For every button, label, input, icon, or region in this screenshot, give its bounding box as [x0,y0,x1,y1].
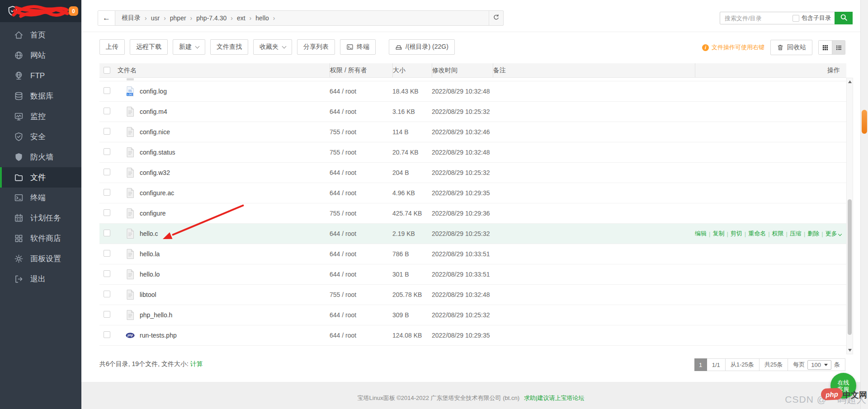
table-row[interactable]: config.status755 / root20.74 KB2022/08/2… [99,142,846,163]
file-name[interactable]: configure.ac [140,189,174,197]
table-row[interactable]: phprun-tests.php644 / root124.08 KB2022/… [99,325,846,346]
scroll-down-arrow-icon[interactable] [848,349,852,352]
row-checkbox[interactable] [104,87,110,94]
file-name[interactable]: config.w32 [140,169,170,176]
toolbar-button-0[interactable]: 上传 [99,39,125,55]
row-checkbox[interactable] [104,169,110,175]
row-checkbox[interactable] [104,148,110,155]
sidebar-item-cron[interactable]: 计划任务 [0,208,81,228]
breadcrumb-item[interactable]: usr [151,14,160,22]
table-scrollbar-thumb[interactable] [848,199,852,335]
sidebar-item-settings[interactable]: 面板设置 [0,249,81,269]
file-name[interactable]: config.m4 [140,108,167,115]
table-row[interactable]: configure755 / root425.74 KB2022/08/29 1… [99,203,846,224]
select-all-checkbox[interactable] [104,67,110,74]
row-checkbox[interactable] [104,128,110,135]
file-name[interactable]: config.status [140,149,175,156]
breadcrumb-item[interactable]: ext [237,14,245,22]
table-row[interactable]: configure.ac644 / root4.96 KB2022/08/29 … [99,183,846,203]
search-input[interactable] [720,15,793,22]
file-name[interactable]: run-tests.php [140,332,177,339]
scroll-up-arrow-icon[interactable] [848,80,852,83]
row-action-6[interactable]: 删除 [807,230,819,238]
toolbar-button-5[interactable]: 分享列表 [297,39,335,55]
per-page-select[interactable]: 100 [807,360,831,370]
notification-badge[interactable]: 0 [69,6,78,16]
row-action-1[interactable]: 复制 [712,230,724,238]
row-checkbox[interactable] [104,291,110,297]
breadcrumb-item[interactable]: phper [170,14,186,22]
sidebar-item-ftp[interactable]: FTP [0,66,81,86]
table-row[interactable]: config.nice755 / root114 B2022/08/29 10:… [99,122,846,142]
row-checkbox[interactable] [104,331,110,338]
page-number-current[interactable]: 1 [694,358,707,371]
sidebar-item-store[interactable]: 软件商店 [0,228,81,249]
file-name[interactable]: config.log [140,88,167,95]
header-filename[interactable]: 文件名 [118,63,330,77]
row-checkbox[interactable] [104,209,110,216]
row-checkbox[interactable] [104,250,110,257]
row-action-0[interactable]: 编辑 [695,230,707,238]
refresh-button[interactable] [489,11,503,25]
row-checkbox[interactable] [104,189,110,196]
forum-link[interactable]: 求助|建议请上宝塔论坛 [524,395,584,401]
file-name[interactable]: hello.la [140,250,160,258]
toolbar-button-4[interactable]: 收藏夹 [253,39,292,55]
row-action-2[interactable]: 剪切 [731,230,742,238]
page-scrollbar[interactable] [860,0,868,409]
table-row[interactable]: php_hello.h644 / root309 B2022/08/29 10:… [99,305,846,325]
row-checkbox[interactable] [104,108,110,114]
row-checkbox[interactable] [104,311,110,318]
table-row[interactable]: hello.c644 / root2.19 KB2022/08/29 10:25… [99,224,846,244]
toolbar-button-disk[interactable]: /(根目录) (22G) [389,39,455,55]
breadcrumb-item[interactable]: hello [255,14,269,22]
sidebar-item-site[interactable]: 网站 [0,45,81,66]
sidebar-item-firewall[interactable]: 防火墙 [0,147,81,167]
row-checkbox[interactable] [104,230,110,236]
toolbar-button-3[interactable]: 文件查找 [210,39,248,55]
calc-size-link[interactable]: 计算 [190,360,203,367]
table-row[interactable]: hello.lo644 / root301 B2022/08/29 10:33:… [99,264,846,285]
sidebar-item-monitor[interactable]: 监控 [0,106,81,127]
breadcrumb-item[interactable]: php-7.4.30 [196,14,226,22]
back-button[interactable]: ← [98,11,115,25]
table-row[interactable]: libtool755 / root205.78 KB2022/08/29 10:… [99,285,846,305]
include-subdir-option[interactable]: 包含子目录 [793,14,831,22]
recycle-bin-button[interactable]: 回收站 [770,40,812,55]
header-note[interactable]: 备注 [493,63,695,77]
sidebar-item-database[interactable]: 数据库 [0,86,81,106]
header-size[interactable]: 大小 [392,63,432,77]
file-name[interactable]: libtool [140,291,156,298]
sidebar-item-home[interactable]: 首页 [0,25,81,45]
table-row[interactable]: hello.la644 / root786 B2022/08/29 10:33:… [99,244,846,264]
toolbar-button-2[interactable]: 新建 [173,39,205,55]
file-name[interactable]: configure [140,210,166,217]
row-action-5[interactable]: 压缩 [790,230,802,238]
table-row[interactable]: config.w32644 / root204 B2022/08/29 10:2… [99,163,846,183]
toolbar-button-terminal[interactable]: 终端 [340,39,376,55]
row-action-4[interactable]: 权限 [772,230,784,238]
include-subdir-checkbox[interactable] [793,15,799,22]
header-mtime[interactable]: 修改时间 [432,63,493,77]
page-scrollbar-thumb[interactable] [862,110,867,134]
breadcrumb-item[interactable]: 根目录 [122,14,141,22]
sidebar-item-terminal[interactable]: 终端 [0,188,81,208]
file-name[interactable]: hello.c [140,230,158,237]
table-row[interactable]: config.m4644 / root3.16 KB2022/08/29 10:… [99,102,846,122]
grid-view-icon[interactable] [819,41,832,54]
file-name[interactable]: config.nice [140,128,170,136]
toolbar-button-1[interactable]: 远程下载 [130,39,168,55]
table-row[interactable]: LOGconfig.log644 / root18.43 KB2022/08/2… [99,81,846,102]
header-permission[interactable]: 权限 / 所有者 [330,63,392,77]
list-view-icon[interactable] [832,41,845,54]
row-action-3[interactable]: 重命名 [748,230,766,238]
sidebar-item-logout[interactable]: 退出 [0,269,81,289]
row-action-7[interactable]: 更多 [826,230,841,238]
sidebar-item-security[interactable]: 安全 [0,127,81,147]
file-name[interactable]: php_hello.h [140,311,172,319]
sidebar-item-files[interactable]: 文件 [0,167,81,188]
row-checkbox[interactable] [104,270,110,277]
search-button[interactable] [835,12,853,24]
table-scrollbar[interactable] [846,78,853,354]
file-name[interactable]: hello.lo [140,271,160,278]
